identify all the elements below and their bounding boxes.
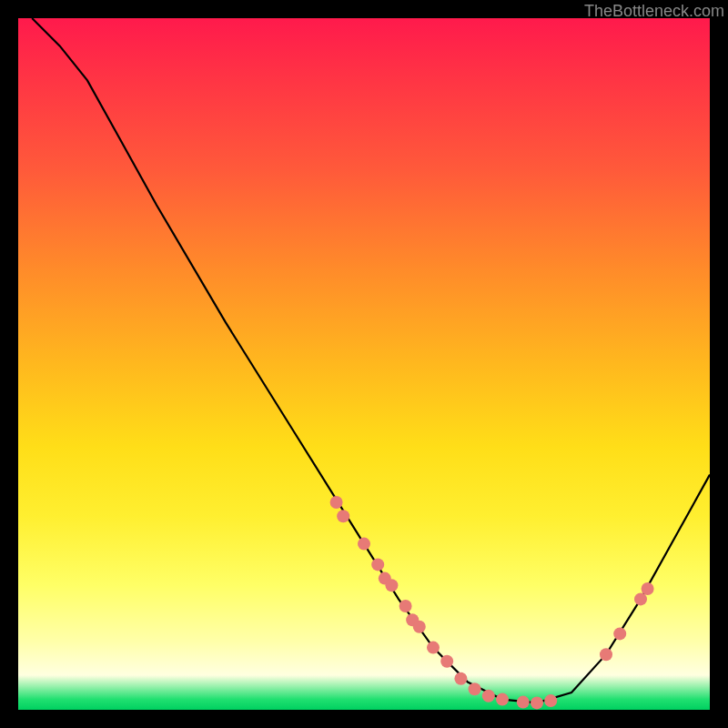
data-point	[371, 558, 384, 571]
data-point	[330, 496, 343, 509]
data-point	[427, 642, 440, 654]
data-point	[642, 582, 654, 595]
data-point	[454, 672, 467, 685]
data-point	[358, 538, 370, 551]
data-point	[544, 694, 557, 707]
data-point	[469, 682, 481, 695]
data-point	[600, 648, 612, 661]
bottleneck-curve	[32, 18, 710, 703]
data-point	[337, 510, 349, 522]
data-point	[496, 693, 509, 706]
chart-frame: TheBottleneck.com	[0, 0, 728, 728]
data-point	[531, 696, 543, 709]
data-point	[517, 696, 530, 709]
data-point	[634, 592, 647, 605]
data-point	[399, 600, 412, 612]
data-point	[413, 621, 426, 633]
data-point	[613, 627, 626, 640]
chart-overlay	[0, 0, 728, 728]
data-point	[385, 579, 398, 592]
data-point	[482, 690, 495, 703]
data-points	[330, 496, 654, 709]
curve-path	[32, 18, 710, 703]
data-point	[440, 655, 453, 668]
